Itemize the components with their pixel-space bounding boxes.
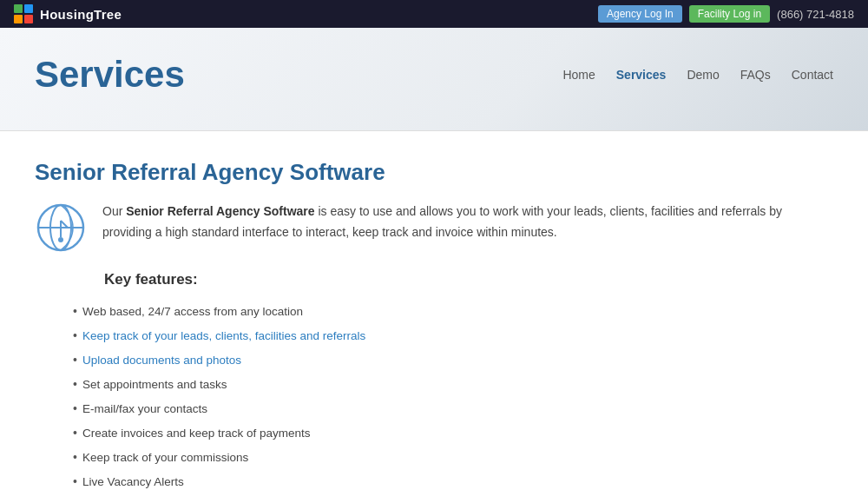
top-bar-actions: Agency Log In Facility Log in (866) 721-… <box>598 5 854 23</box>
logo-icon <box>14 4 33 23</box>
list-item: Keep track of your commissions <box>73 445 799 469</box>
intro-text: Our Senior Referral Agency Software is e… <box>102 202 799 254</box>
page-title: Services <box>35 54 185 96</box>
facility-login-button[interactable]: Facility Log in <box>689 5 770 23</box>
nav-demo[interactable]: Demo <box>687 68 719 82</box>
software-icon <box>35 202 87 254</box>
nav-contact[interactable]: Contact <box>792 68 833 82</box>
intro-block: Our Senior Referral Agency Software is e… <box>35 202 799 254</box>
nav-home[interactable]: Home <box>562 68 595 82</box>
section-title: Senior Referral Agency Software <box>35 159 799 186</box>
svg-line-5 <box>61 221 68 228</box>
main-content: Senior Referral Agency Software Our Seni… <box>0 131 833 490</box>
phone-number: (866) 721-4818 <box>777 8 854 21</box>
list-item: Set appointments and tasks <box>73 372 799 396</box>
list-item: Live Vacancy Alerts <box>73 469 799 490</box>
list-item: Keep track of your leads, clients, facil… <box>73 323 799 348</box>
svg-point-3 <box>58 237 63 242</box>
top-bar: HousingTree Agency Log In Facility Log i… <box>0 0 868 28</box>
list-item: Upload documents and photos <box>73 348 799 372</box>
logo: HousingTree <box>14 4 122 23</box>
list-item: E-mail/fax your contacts <box>73 396 799 420</box>
logo-text: HousingTree <box>40 7 122 22</box>
main-nav: Home Services Demo FAQs Contact <box>562 68 833 82</box>
list-item: Create invoices and keep track of paymen… <box>73 420 799 445</box>
agency-login-button[interactable]: Agency Log In <box>598 5 682 23</box>
key-features-title: Key features: <box>104 271 799 288</box>
nav-faqs[interactable]: FAQs <box>740 68 771 82</box>
list-item: Web based, 24/7 access from any location <box>73 299 799 323</box>
hero-section: Services Home Services Demo FAQs Contact <box>0 28 868 131</box>
features-list: Web based, 24/7 access from any location… <box>73 299 799 490</box>
nav-services[interactable]: Services <box>616 68 667 82</box>
intro-bold: Senior Referral Agency Software <box>126 204 314 218</box>
